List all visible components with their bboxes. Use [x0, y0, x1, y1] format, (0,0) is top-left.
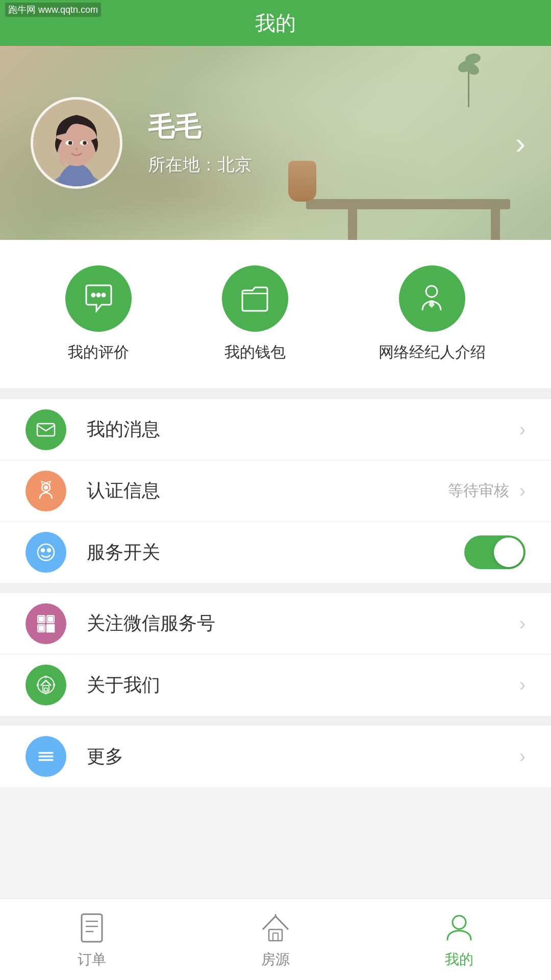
menu-section-2: 关注微信服务号 › 关于我们 ›: [0, 593, 551, 716]
service-toggle[interactable]: [464, 535, 525, 569]
svg-rect-26: [47, 629, 50, 632]
my-message-chevron: ›: [519, 419, 525, 440]
service-switch-label: 服务开关: [87, 540, 464, 565]
tab-order[interactable]: 订单: [0, 910, 184, 969]
svg-rect-42: [269, 929, 282, 941]
quick-action-my-review[interactable]: 我的评价: [65, 265, 132, 363]
about-us-label: 关于我们: [87, 673, 519, 698]
auth-info-value: 等待审核: [448, 480, 509, 501]
tab-mine[interactable]: 我的: [367, 910, 551, 969]
divider-2: [0, 583, 551, 593]
svg-rect-27: [51, 629, 54, 632]
tab-housing-label: 房源: [261, 950, 290, 969]
profile-location: 所在地：北京: [148, 153, 252, 177]
my-review-label: 我的评价: [68, 342, 129, 363]
tab-order-label: 订单: [78, 950, 106, 969]
svg-rect-43: [273, 933, 278, 941]
menu-icon: [35, 746, 57, 767]
tab-mine-label: 我的: [445, 950, 473, 969]
svg-point-31: [45, 676, 47, 678]
svg-point-7: [83, 141, 87, 145]
divider-1: [0, 389, 551, 399]
quick-actions-section: 我的评价 我的钱包 网络经纪人: [0, 240, 551, 389]
svg-point-34: [37, 684, 39, 686]
my-review-icon-bg: [65, 265, 132, 332]
qr-icon: [35, 613, 57, 634]
svg-rect-12: [37, 424, 55, 436]
tab-mine-icon: [441, 910, 477, 946]
quick-action-agent-intro[interactable]: 网络经纪人介绍: [379, 265, 486, 363]
quick-action-my-wallet[interactable]: 我的钱包: [222, 265, 288, 363]
svg-point-32: [54, 684, 55, 686]
folder-icon: [238, 282, 271, 315]
svg-point-6: [68, 141, 72, 145]
svg-rect-19: [39, 617, 43, 621]
profile-name: 毛毛: [148, 109, 252, 145]
chat-icon: [82, 282, 115, 315]
more-label: 更多: [87, 744, 519, 769]
avatar: [31, 97, 122, 189]
agent-icon-bg: [399, 265, 465, 332]
svg-rect-23: [39, 626, 43, 630]
svg-point-11: [426, 286, 437, 297]
svg-point-8: [92, 293, 95, 297]
svg-point-14: [44, 486, 47, 489]
menu-item-service-switch[interactable]: 服务开关: [0, 522, 551, 583]
about-us-chevron: ›: [519, 674, 525, 696]
tab-housing[interactable]: 房源: [184, 910, 367, 969]
more-icon-wrap: [26, 736, 66, 777]
svg-rect-25: [51, 625, 54, 628]
envelope-icon: [35, 419, 57, 440]
profile-info: 毛毛 所在地：北京: [148, 109, 252, 177]
my-message-icon-wrap: [26, 409, 66, 450]
face-icon: [35, 542, 57, 563]
wechat-follow-icon-wrap: [26, 603, 66, 644]
badge-icon: [35, 480, 57, 502]
auth-info-label: 认证信息: [87, 478, 448, 503]
divider-3: [0, 716, 551, 726]
wechat-follow-chevron: ›: [519, 613, 525, 634]
agent-icon: [415, 282, 448, 315]
auth-info-icon-wrap: [26, 471, 66, 511]
agent-intro-label: 网络经纪人介绍: [379, 342, 486, 363]
my-message-label: 我的消息: [87, 417, 519, 442]
more-chevron: ›: [519, 746, 525, 767]
nav-title: 我的: [255, 9, 296, 37]
svg-point-9: [97, 293, 100, 297]
profile-chevron-icon[interactable]: ›: [515, 126, 525, 161]
my-wallet-label: 我的钱包: [224, 342, 286, 363]
service-switch-icon-wrap: [26, 532, 66, 573]
menu-item-wechat-follow[interactable]: 关注微信服务号 ›: [0, 593, 551, 654]
home2-icon: [35, 674, 57, 696]
svg-rect-21: [48, 617, 53, 621]
tab-housing-icon: [258, 910, 293, 946]
profile-banner[interactable]: 毛毛 所在地：北京 ›: [0, 46, 551, 240]
svg-point-10: [102, 293, 105, 297]
about-us-icon-wrap: [26, 665, 66, 705]
auth-info-chevron: ›: [519, 480, 525, 502]
svg-point-45: [453, 916, 466, 929]
svg-rect-38: [82, 914, 102, 942]
svg-point-15: [38, 544, 54, 560]
svg-point-16: [41, 549, 44, 552]
tab-order-icon: [74, 910, 110, 946]
menu-section-1: 我的消息 › 认证信息 等待审核 ›: [0, 399, 551, 583]
menu-item-auth-info[interactable]: 认证信息 等待审核 ›: [0, 460, 551, 522]
my-wallet-icon-bg: [222, 265, 288, 332]
menu-item-my-message[interactable]: 我的消息 ›: [0, 399, 551, 460]
menu-section-3: 更多 ›: [0, 726, 551, 787]
toggle-knob: [494, 537, 523, 567]
menu-item-more[interactable]: 更多 ›: [0, 726, 551, 787]
tab-bar: 订单 房源 我的: [0, 898, 551, 980]
svg-point-17: [47, 549, 51, 552]
watermark: 跑牛网 www.qqtn.com: [5, 3, 101, 17]
wechat-follow-label: 关注微信服务号: [87, 611, 519, 636]
svg-point-33: [45, 693, 47, 694]
svg-rect-24: [47, 625, 50, 628]
menu-item-about-us[interactable]: 关于我们 ›: [0, 654, 551, 716]
